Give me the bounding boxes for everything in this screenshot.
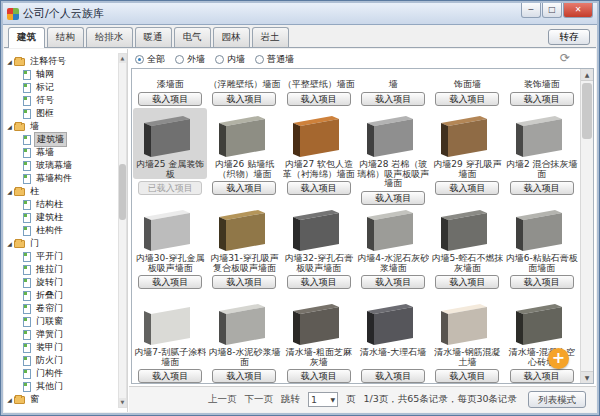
scroll-up-icon[interactable]: ▲: [119, 54, 126, 63]
family-card[interactable]: 内墙6-粘贴石膏板面墙面 载入项目: [505, 201, 579, 295]
wall-thumbnail[interactable]: [283, 109, 351, 160]
family-card[interactable]: 清水墙-大理石墙 载入项目: [356, 295, 430, 384]
load-into-project-button[interactable]: 载入项目: [361, 92, 425, 106]
wall-thumbnail[interactable]: [357, 109, 425, 160]
load-into-project-button[interactable]: 载入项目: [212, 181, 276, 195]
family-card[interactable]: 内墙8-水泥砂浆墙面 载入项目: [207, 295, 281, 384]
tree-item[interactable]: 折叠门: [6, 289, 117, 302]
minimize-button[interactable]: ─: [521, 3, 541, 18]
load-into-project-button[interactable]: 载入项目: [287, 275, 351, 289]
tree-item[interactable]: 结构柱: [6, 198, 117, 211]
expand-arrow-icon[interactable]: ◢: [6, 55, 13, 68]
wall-thumbnail[interactable]: [431, 109, 499, 160]
tree-item[interactable]: 弹簧门: [6, 328, 117, 341]
wall-thumbnail[interactable]: [209, 109, 277, 160]
wall-thumbnail[interactable]: [209, 297, 277, 348]
family-card[interactable]: 内墙32-穿孔石膏板吸声墙面 载入项目: [282, 201, 356, 295]
expand-arrow-icon[interactable]: ◢: [6, 120, 13, 133]
load-into-project-button[interactable]: 载入项目: [435, 181, 499, 195]
load-into-project-button[interactable]: 载入项目: [212, 275, 276, 289]
tree-folder[interactable]: ◢门: [6, 237, 117, 250]
family-card[interactable]: 内墙29 穿孔吸声墙面 载入项目: [430, 107, 504, 201]
family-card[interactable]: （平整壁纸）墙面 载入项目: [282, 78, 356, 107]
wall-thumbnail[interactable]: [209, 203, 277, 254]
tree-item[interactable]: 旋转门: [6, 276, 117, 289]
scroll-up-icon[interactable]: ▲: [581, 69, 593, 81]
tab-5[interactable]: 园林: [213, 27, 250, 47]
tree-folder[interactable]: ◢窗: [6, 393, 117, 406]
wall-thumbnail[interactable]: [357, 297, 425, 348]
family-card[interactable]: 清水墙-粗面芝麻灰墙 载入项目: [282, 295, 356, 384]
load-into-project-button[interactable]: 载入项目: [435, 92, 499, 106]
family-card[interactable]: 内墙5-蛭石不燃抹灰墙面 载入项目: [430, 201, 504, 295]
tree-item[interactable]: 推拉门: [6, 263, 117, 276]
load-into-project-button[interactable]: 载入项目: [510, 181, 574, 195]
tree-item[interactable]: 标记: [6, 81, 117, 94]
tree-folder[interactable]: ◢注释符号: [6, 55, 117, 68]
tree-item[interactable]: 玻璃幕墙: [6, 159, 117, 172]
family-card[interactable]: 墙 载入项目: [356, 78, 430, 107]
prev-page-link[interactable]: 上一页: [208, 393, 237, 406]
tab-3[interactable]: 暖通: [135, 27, 172, 47]
grid-scroll-thumb[interactable]: [582, 83, 592, 139]
close-button[interactable]: ✕: [563, 3, 593, 18]
family-card[interactable]: 内墙27 软包人造革（衬海绵）墙面 载入项目: [282, 107, 356, 201]
transfer-button[interactable]: 转存: [548, 29, 590, 45]
load-into-project-button[interactable]: 已载入项目: [138, 181, 202, 195]
tree-item[interactable]: 门联窗: [6, 315, 117, 328]
family-card[interactable]: 内墙25 金属装饰板 已载入项目: [133, 107, 207, 201]
tree-item[interactable]: 装甲门: [6, 341, 117, 354]
load-into-project-button[interactable]: 载入项目: [287, 369, 351, 383]
tab-0[interactable]: 建筑: [8, 27, 45, 48]
expand-arrow-icon[interactable]: ◢: [6, 393, 13, 406]
tab-4[interactable]: 电气: [174, 27, 211, 47]
tab-6[interactable]: 岩土: [252, 27, 289, 47]
load-into-project-button[interactable]: 载入项目: [212, 92, 276, 106]
tree-item[interactable]: 门构件: [6, 367, 117, 380]
wall-thumbnail[interactable]: [134, 297, 202, 348]
maximize-button[interactable]: □: [542, 3, 562, 18]
radio-外墙[interactable]: 外墙: [175, 53, 205, 66]
tree-item[interactable]: 平开门: [6, 250, 117, 263]
family-card[interactable]: 内墙30-穿孔金属板吸声墙面 载入项目: [133, 201, 207, 295]
tab-1[interactable]: 结构: [47, 27, 84, 47]
tree-item[interactable]: 轴网: [6, 68, 117, 81]
expand-arrow-icon[interactable]: ◢: [6, 185, 13, 198]
family-card[interactable]: 饰面墙 载入项目: [430, 78, 504, 107]
load-into-project-button[interactable]: 载入项目: [361, 275, 425, 289]
load-into-project-button[interactable]: 载入项目: [361, 369, 425, 383]
grid-scrollbar[interactable]: ▲ ▼: [580, 69, 593, 383]
family-card[interactable]: 内墙7-刮腻子涂料墙面 载入项目: [133, 295, 207, 384]
tree-item[interactable]: 图框: [6, 107, 117, 120]
wall-thumbnail[interactable]: [134, 203, 202, 254]
refresh-icon[interactable]: ⟳: [560, 52, 570, 64]
wall-thumbnail[interactable]: [431, 297, 499, 348]
family-card[interactable]: 内墙31-穿孔吸声复合板吸声墙面 载入项目: [207, 201, 281, 295]
family-card[interactable]: 内墙28 岩棉（玻璃棉）吸声板吸声墙面 载入项目: [356, 107, 430, 201]
wall-thumbnail[interactable]: [357, 203, 425, 254]
expand-arrow-icon[interactable]: ◢: [6, 237, 13, 250]
radio-普通墙[interactable]: 普通墙: [255, 53, 294, 66]
tree-item[interactable]: 柱构件: [6, 224, 117, 237]
tree-item[interactable]: 防火门: [6, 354, 117, 367]
wall-thumbnail[interactable]: [431, 203, 499, 254]
load-into-project-button[interactable]: 载入项目: [435, 275, 499, 289]
load-into-project-button[interactable]: 载入项目: [510, 92, 574, 106]
page-select[interactable]: 1 ▼: [308, 392, 338, 407]
next-page-link[interactable]: 下一页: [245, 393, 274, 406]
load-into-project-button[interactable]: 载入项目: [510, 275, 574, 289]
wall-thumbnail[interactable]: [283, 203, 351, 254]
scroll-down-icon[interactable]: ▼: [581, 371, 593, 383]
family-card[interactable]: 内墙4-水泥石灰砂浆墙面 载入项目: [356, 201, 430, 295]
family-card[interactable]: 清水墙-混凝土空心砖墙 载入项目: [505, 295, 579, 384]
tree-folder[interactable]: ◢柱: [6, 185, 117, 198]
sidebar-scrollbar[interactable]: ▲ ▼: [118, 53, 127, 408]
tree-item[interactable]: 幕墙构件: [6, 172, 117, 185]
load-into-project-button[interactable]: 载入项目: [138, 92, 202, 106]
load-into-project-button[interactable]: 载入项目: [138, 369, 202, 383]
tree-item[interactable]: 幕墙: [6, 146, 117, 159]
wall-thumbnail[interactable]: [506, 203, 574, 254]
radio-内墙[interactable]: 内墙: [215, 53, 245, 66]
family-card[interactable]: （浮雕壁纸）墙面 载入项目: [207, 78, 281, 107]
wall-thumbnail[interactable]: [506, 297, 574, 348]
